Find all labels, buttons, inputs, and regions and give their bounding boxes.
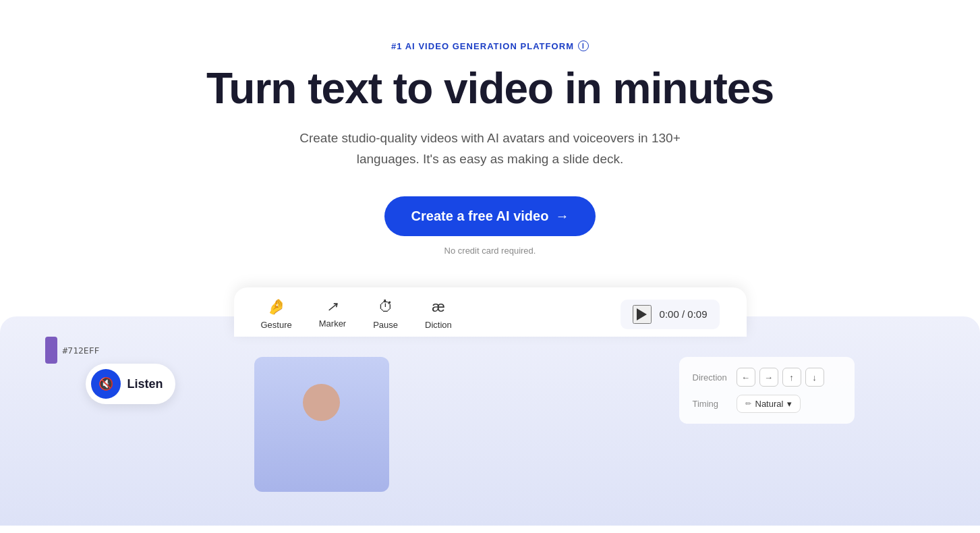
toolbar-tools: 🤌 Gesture ↗ Marker ⏱ Pause æ Diction xyxy=(261,298,452,330)
play-button[interactable] xyxy=(633,305,652,324)
platform-badge: #1 AI VIDEO GENERATION PLATFORM i xyxy=(391,40,589,51)
cta-arrow-icon: → xyxy=(555,208,569,224)
play-icon xyxy=(637,308,647,320)
direction-label: Direction xyxy=(693,372,730,383)
cta-label: Create a free AI video xyxy=(411,208,549,224)
hero-subtitle: Create studio-quality videos with AI ava… xyxy=(288,128,693,169)
bottom-toolbar: 🤌 Gesture ↗ Marker ⏱ Pause æ Diction xyxy=(234,287,747,337)
info-icon[interactable]: i xyxy=(578,40,589,51)
marker-label: Marker xyxy=(319,318,346,329)
tool-gesture[interactable]: 🤌 Gesture xyxy=(261,298,292,330)
listen-label: Listen xyxy=(127,377,163,391)
tool-diction[interactable]: æ Diction xyxy=(425,298,452,330)
hero-section: #1 AI VIDEO GENERATION PLATFORM i Turn t… xyxy=(0,0,980,316)
direction-arrows: ← → ↑ ↓ xyxy=(737,368,824,387)
cta-button[interactable]: Create a free AI video → xyxy=(384,196,596,236)
timing-value: Natural xyxy=(755,399,784,409)
listen-button[interactable]: 🔇 Listen xyxy=(86,364,175,404)
arrow-right-btn[interactable]: → xyxy=(759,368,778,387)
timing-select[interactable]: ✏ Natural ▾ xyxy=(737,395,801,413)
timing-row: Timing ✏ Natural ▾ xyxy=(693,395,841,413)
marker-icon: ↗ xyxy=(326,298,338,314)
hero-title: Turn text to video in minutes xyxy=(206,65,774,112)
tool-marker[interactable]: ↗ Marker xyxy=(319,298,346,330)
pause-icon: ⏱ xyxy=(378,298,393,316)
swatch-label: #712EFF xyxy=(63,345,100,356)
pen-icon: ✏ xyxy=(745,399,751,408)
arrow-down-btn[interactable]: ↓ xyxy=(805,368,824,387)
gesture-icon: 🤌 xyxy=(267,298,285,316)
demo-section: #712EFF 🔇 Listen Direction ← → ↑ ↓ xyxy=(0,316,980,526)
swatch-box xyxy=(45,337,57,364)
color-swatch: #712EFF xyxy=(45,337,100,364)
direction-row: Direction ← → ↑ ↓ xyxy=(693,368,841,387)
gesture-label: Gesture xyxy=(261,320,292,330)
tool-pause[interactable]: ⏱ Pause xyxy=(373,298,398,330)
pause-label: Pause xyxy=(373,320,398,330)
arrow-up-btn[interactable]: ↑ xyxy=(782,368,801,387)
no-credit-text: No credit card required. xyxy=(444,246,536,256)
playback-area: 0:00 / 0:09 xyxy=(621,300,720,329)
chevron-down-icon: ▾ xyxy=(787,399,792,409)
timing-label: Timing xyxy=(693,399,730,409)
diction-label: Diction xyxy=(425,320,452,330)
avatar-head xyxy=(303,384,340,421)
direction-panel: Direction ← → ↑ ↓ Timing ✏ Natural ▾ xyxy=(679,357,855,424)
arrow-left-btn[interactable]: ← xyxy=(737,368,755,387)
diction-icon: æ xyxy=(432,298,445,316)
avatar-preview xyxy=(254,357,389,492)
playback-time: 0:00 / 0:09 xyxy=(660,308,708,320)
mute-icon: 🔇 xyxy=(91,369,121,399)
avatar-figure xyxy=(285,384,359,492)
badge-text: #1 AI VIDEO GENERATION PLATFORM xyxy=(391,41,574,51)
